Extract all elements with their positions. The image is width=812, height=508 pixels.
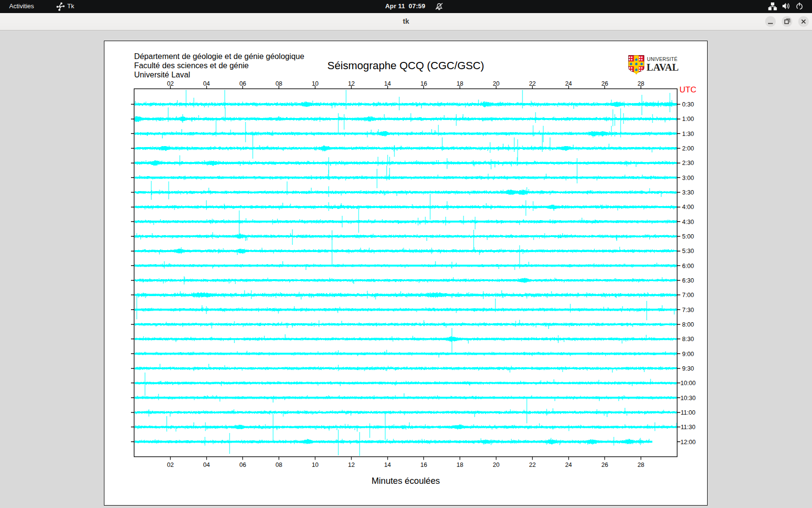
svg-text:12: 12 <box>348 462 355 468</box>
svg-text:22: 22 <box>529 462 536 468</box>
svg-text:22: 22 <box>529 80 536 87</box>
svg-text:2:00: 2:00 <box>682 145 694 152</box>
svg-text:Séismographe QCQ (CGC/GSC): Séismographe QCQ (CGC/GSC) <box>327 60 484 72</box>
svg-text:6:00: 6:00 <box>682 263 694 269</box>
svg-text:06: 06 <box>239 462 246 468</box>
svg-text:28: 28 <box>638 462 644 468</box>
svg-text:0:30: 0:30 <box>682 101 694 108</box>
svg-text:Université Laval: Université Laval <box>134 70 190 79</box>
svg-text:04: 04 <box>203 80 210 87</box>
svg-text:UNIVERSITÉ: UNIVERSITÉ <box>647 56 678 62</box>
svg-text:28: 28 <box>638 80 644 87</box>
svg-text:12: 12 <box>348 80 355 87</box>
svg-text:04: 04 <box>203 462 210 468</box>
svg-text:6:30: 6:30 <box>682 277 694 284</box>
svg-text:16: 16 <box>420 80 427 87</box>
svg-text:24: 24 <box>565 80 572 87</box>
svg-text:10: 10 <box>312 80 319 87</box>
svg-text:7:00: 7:00 <box>682 292 694 299</box>
svg-text:3:00: 3:00 <box>682 175 694 181</box>
svg-text:9:00: 9:00 <box>682 351 694 358</box>
svg-text:3:30: 3:30 <box>682 189 694 196</box>
svg-text:20: 20 <box>493 80 499 87</box>
svg-text:02: 02 <box>167 462 174 468</box>
svg-text:06: 06 <box>239 80 246 87</box>
svg-text:14: 14 <box>384 80 391 87</box>
svg-text:08: 08 <box>276 80 282 87</box>
svg-text:Minutes écoulées: Minutes écoulées <box>372 476 440 486</box>
svg-text:18: 18 <box>457 462 464 468</box>
svg-text:11:30: 11:30 <box>681 424 696 431</box>
svg-text:Faculté des sciences et de gén: Faculté des sciences et de génie <box>134 61 249 70</box>
svg-text:7:30: 7:30 <box>682 307 694 314</box>
svg-text:8:00: 8:00 <box>682 321 694 328</box>
svg-text:9:30: 9:30 <box>682 365 694 372</box>
svg-text:1:00: 1:00 <box>682 116 694 122</box>
svg-text:18: 18 <box>457 80 464 87</box>
svg-text:LAVAL: LAVAL <box>647 62 679 73</box>
svg-text:4:00: 4:00 <box>682 204 694 210</box>
svg-text:5:30: 5:30 <box>682 248 694 254</box>
svg-text:16: 16 <box>420 462 427 468</box>
svg-text:26: 26 <box>601 462 608 468</box>
svg-text:26: 26 <box>601 80 608 87</box>
svg-text:08: 08 <box>276 462 282 468</box>
svg-text:Département de géologie et de: Département de géologie et de génie géol… <box>134 52 304 60</box>
svg-text:11:00: 11:00 <box>681 409 696 416</box>
svg-text:24: 24 <box>565 462 572 468</box>
svg-text:20: 20 <box>493 462 499 468</box>
svg-text:5:00: 5:00 <box>682 233 694 240</box>
svg-text:1:30: 1:30 <box>682 131 694 137</box>
svg-text:14: 14 <box>384 462 391 468</box>
svg-text:10:00: 10:00 <box>681 380 696 387</box>
svg-text:4:30: 4:30 <box>682 219 694 225</box>
svg-text:10: 10 <box>312 462 319 468</box>
svg-text:10:30: 10:30 <box>681 395 696 402</box>
svg-text:8:30: 8:30 <box>682 336 694 343</box>
svg-text:2:30: 2:30 <box>682 160 694 166</box>
svg-text:02: 02 <box>167 80 174 87</box>
svg-text:12:00: 12:00 <box>681 439 696 446</box>
svg-text:UTC: UTC <box>680 85 696 94</box>
